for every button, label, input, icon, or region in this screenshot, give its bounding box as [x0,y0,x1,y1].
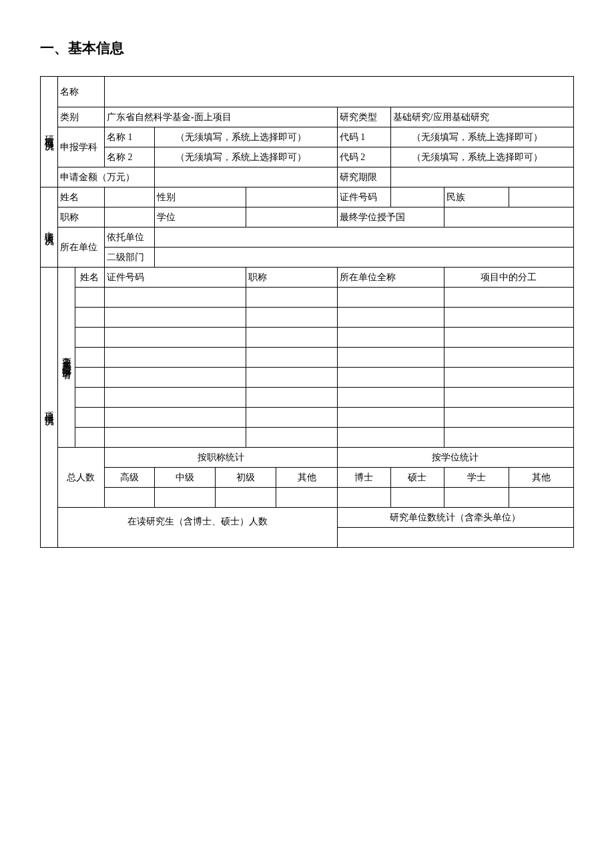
table-row [444,348,573,368]
table-row [337,368,444,388]
label-dept: 二级部门 [104,248,154,268]
label-host-unit: 依托单位 [104,228,154,248]
label-unit-count: 研究单位数统计（含牵头单位） [337,508,573,528]
table-row [444,308,573,328]
value-name2: （无须填写，系统上选择即可） [154,147,337,167]
value-code1: （无须填写，系统上选择即可） [390,127,573,147]
label-mid: 中级 [154,468,215,488]
table-row [337,428,444,448]
label-unit: 所在单位 [58,228,105,268]
value-master [390,488,444,508]
label-total-count: 总人数 [58,448,105,508]
value-code2: （无须填写，系统上选择即可） [390,147,573,167]
table-row [337,328,444,348]
value-job-title [104,207,154,228]
value-mid [154,488,215,508]
value-unit-count [337,528,573,548]
table-row [75,388,105,408]
value-host-unit [154,228,573,248]
value-project-name [104,77,573,107]
table-row [246,368,337,388]
col-member-id: 证件号码 [104,268,246,288]
label-code2: 代码 2 [337,147,390,167]
table-row [444,408,573,428]
value-research-type: 基础研究/应用基础研究 [390,107,573,127]
label-other-title: 其他 [276,468,337,488]
label-degree-country: 最终学位授予国 [337,207,444,228]
table-row [444,288,573,308]
table-row [104,408,246,428]
table-row [75,408,105,428]
table-row [337,348,444,368]
table-row [444,328,573,348]
label-ethnicity: 民族 [444,187,509,207]
value-category: 广东省自然科学基金-面上项目 [104,107,337,127]
value-bachelor [444,488,509,508]
label-by-title: 按职称统计 [104,448,337,468]
value-doctor [337,488,390,508]
label-period: 研究期限 [337,167,390,187]
label-id-number: 证件号码 [337,187,390,207]
label-code1: 代码 1 [337,127,390,147]
label-name1: 名称 1 [104,127,154,147]
value-ethnicity [509,187,573,207]
label-junior: 初级 [216,468,276,488]
table-row [444,388,573,408]
section-team-info: 项目组情况 [41,268,58,548]
table-row [104,428,246,448]
value-applicant-name [104,187,154,207]
label-master: 硕士 [390,468,444,488]
label-doctor: 博士 [337,468,390,488]
table-row [104,288,246,308]
value-junior [216,488,276,508]
value-other-degree [509,488,573,508]
label-by-degree: 按学位统计 [337,448,573,468]
table-row [104,388,246,408]
table-row [104,328,246,348]
table-row [75,328,105,348]
label-category: 类别 [58,107,105,127]
value-name1: （无须填写，系统上选择即可） [154,127,337,147]
value-gender [246,187,337,207]
label-main-members: 主要成员︿不包括申请者﹀ [58,268,75,448]
table-row [75,288,105,308]
table-row [246,408,337,428]
col-member-name: 姓名 [75,268,105,288]
table-row [75,308,105,328]
value-degree-country [444,207,573,228]
table-row [104,308,246,328]
table-row [75,428,105,448]
table-row [246,308,337,328]
value-id-number [390,187,444,207]
table-row [444,428,573,448]
table-row [337,308,444,328]
table-row [337,288,444,308]
label-name2: 名称 2 [104,147,154,167]
label-job-title: 职称 [58,207,105,228]
label-project-name: 名称 [58,77,105,107]
section-applicant-info: 申请人情况 [41,187,58,268]
table-row [444,368,573,388]
page-heading: 一、基本信息 [40,39,574,57]
value-other-title [276,488,337,508]
table-row [246,428,337,448]
table-row [337,408,444,428]
col-member-title: 职称 [246,268,337,288]
label-bachelor: 学士 [444,468,509,488]
table-row [104,348,246,368]
table-row [246,348,337,368]
label-research-type: 研究类型 [337,107,390,127]
table-row [75,348,105,368]
label-other-degree: 其他 [509,468,573,488]
table-row [337,388,444,408]
table-row [75,368,105,388]
label-amount: 申请金额（万元） [58,167,155,187]
label-grad-students: 在读研究生（含博士、硕士）人数 [58,508,338,548]
value-degree [246,207,337,228]
table-row [246,388,337,408]
col-member-division: 项目中的分工 [444,268,573,288]
value-dept [154,248,573,268]
table-row [104,368,246,388]
col-member-unit: 所在单位全称 [337,268,444,288]
label-gender: 性别 [154,187,246,207]
